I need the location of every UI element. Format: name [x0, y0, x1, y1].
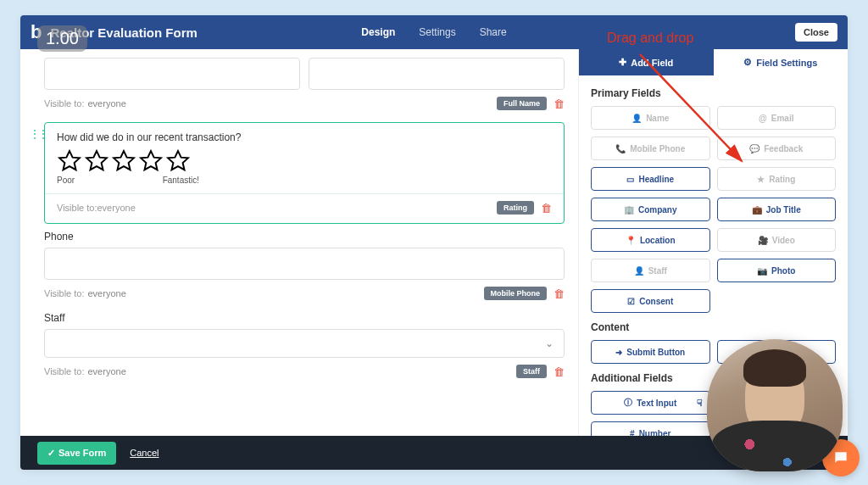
- field-chip-photo[interactable]: 📷Photo: [717, 259, 837, 282]
- visible-to-label: Visible to:: [44, 98, 85, 109]
- field-chip-jobtitle[interactable]: 💼Job Title: [717, 198, 837, 221]
- visible-to-value: everyone: [88, 288, 126, 298]
- phone-block[interactable]: Phone Visible to: everyone Mobile Phone …: [44, 231, 565, 304]
- field-chip-mobile: 📞Mobile Phone: [591, 137, 710, 160]
- fullname-block[interactable]: Visible to: everyone Full Name 🗑: [44, 58, 565, 114]
- arrow-right-icon: ➜: [615, 348, 622, 357]
- building-icon: 🏢: [624, 205, 634, 215]
- tab-design[interactable]: Design: [361, 26, 395, 38]
- field-chip-textinput[interactable]: ⒾText Input☟: [591, 391, 710, 415]
- form-canvas: Visible to: everyone Full Name 🗑 ⋮⋮ How …: [20, 49, 578, 470]
- annotation-text: Drag and drop: [607, 31, 693, 46]
- star-row: [57, 148, 552, 174]
- close-button[interactable]: Close: [795, 23, 837, 42]
- briefcase-icon: 💼: [752, 205, 762, 215]
- rating-block[interactable]: ⋮⋮ How did we do in our recent transacti…: [44, 122, 565, 224]
- staff-block[interactable]: Staff ⌄ Visible to: everyone Staff 🗑: [44, 312, 565, 382]
- field-type-badge: Full Name: [497, 97, 547, 110]
- trash-icon[interactable]: 🗑: [554, 287, 565, 300]
- phone-label: Phone: [44, 231, 565, 242]
- visible-to-label: Visible to:: [44, 288, 85, 298]
- save-label: Save Form: [58, 448, 106, 458]
- nav-tabs: Design Settings Share: [361, 26, 506, 38]
- check-icon: ☑: [627, 297, 635, 306]
- field-type-badge: Staff: [516, 365, 547, 378]
- cursor-icon: Ⓘ: [624, 397, 632, 409]
- sidebar-tab-field-settings[interactable]: ⚙ Field Settings: [714, 49, 849, 75]
- sidebar-tab-label: Add Field: [631, 58, 673, 68]
- visible-to-value: everyone: [88, 366, 126, 376]
- field-chip-video: 🎥Video: [717, 228, 837, 252]
- tab-settings[interactable]: Settings: [419, 26, 455, 38]
- star-icon: ★: [757, 175, 765, 184]
- phone-icon: 📞: [615, 144, 626, 153]
- star-icon[interactable]: [57, 148, 82, 174]
- trash-icon[interactable]: 🗑: [554, 98, 565, 110]
- user-icon: 👤: [632, 114, 642, 123]
- star-icon[interactable]: [111, 148, 136, 174]
- gears-icon: ⚙: [743, 57, 752, 68]
- user-icon: 👤: [634, 266, 644, 276]
- sidebar-tab-label: Field Settings: [756, 58, 817, 68]
- trash-icon[interactable]: 🗑: [541, 202, 552, 215]
- field-chip-staff: 👤Staff: [591, 259, 710, 282]
- star-icon[interactable]: [84, 148, 109, 174]
- first-name-input[interactable]: [44, 58, 300, 90]
- sidebar-tab-add-field[interactable]: ✚ Add Field: [579, 49, 714, 75]
- cancel-link[interactable]: Cancel: [130, 448, 159, 458]
- tab-share[interactable]: Share: [480, 26, 507, 38]
- visible-to-label: Visible to:: [44, 366, 85, 376]
- field-chip-rating: ★Rating: [717, 167, 837, 191]
- camera-icon: 📷: [757, 266, 767, 276]
- field-chip-company[interactable]: 🏢Company: [591, 198, 710, 221]
- field-chip-consent[interactable]: ☑Consent: [591, 289, 710, 313]
- staff-label: Staff: [44, 312, 565, 324]
- visible-to-value: everyone: [88, 98, 126, 109]
- comment-icon: 💬: [749, 144, 760, 153]
- phone-input[interactable]: [44, 248, 565, 280]
- chat-icon: [832, 449, 849, 466]
- presenter-video: [707, 339, 843, 471]
- field-type-badge: Rating: [497, 201, 534, 215]
- field-chip-email: @Email: [717, 106, 837, 130]
- headline-icon: ▭: [626, 175, 634, 184]
- staff-select[interactable]: ⌄: [44, 329, 565, 358]
- trash-icon[interactable]: 🗑: [554, 365, 565, 378]
- at-icon: @: [759, 114, 767, 123]
- video-icon: 🎥: [758, 236, 768, 245]
- visible-to-label: Visible to:: [57, 203, 97, 213]
- drag-handle-icon[interactable]: ⋮⋮: [30, 128, 47, 140]
- field-chip-headline[interactable]: ▭Headline: [591, 167, 710, 191]
- field-chip-submit[interactable]: ➜Submit Button: [591, 340, 710, 364]
- section-content: Content: [591, 321, 836, 333]
- hand-cursor-icon: ☟: [697, 398, 703, 409]
- timestamp-overlay: 1.00: [37, 25, 87, 52]
- section-primary-fields: Primary Fields: [591, 87, 836, 99]
- rating-question: How did we do in our recent transaction?: [57, 131, 552, 143]
- field-chip-name: 👤Name: [591, 106, 710, 130]
- pin-icon: 📍: [626, 236, 636, 245]
- field-chip-feedback: 💬Feedback: [717, 137, 837, 160]
- last-name-input[interactable]: [309, 58, 565, 90]
- check-icon: ✓: [47, 448, 55, 459]
- star-icon[interactable]: [165, 148, 191, 174]
- field-chip-location[interactable]: 📍Location: [591, 228, 710, 252]
- chevron-down-icon: ⌄: [545, 337, 554, 349]
- visible-to-value: everyone: [97, 203, 136, 213]
- top-bar: b Realtor Evaluation Form Design Setting…: [20, 15, 848, 49]
- save-form-button[interactable]: ✓ Save Form: [37, 442, 116, 465]
- star-icon[interactable]: [138, 148, 164, 174]
- field-type-badge: Mobile Phone: [484, 287, 548, 300]
- rating-high-label: Fantastic!: [163, 176, 199, 185]
- plus-circle-icon: ✚: [619, 57, 626, 68]
- rating-low-label: Poor: [57, 176, 75, 185]
